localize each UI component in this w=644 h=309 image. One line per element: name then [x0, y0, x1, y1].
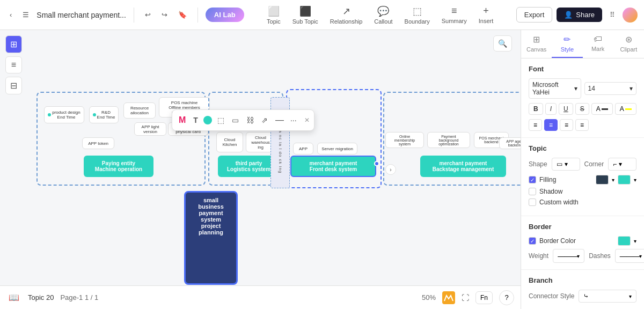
- filling-checkbox[interactable]: ✓: [529, 176, 536, 183]
- node-app-token[interactable]: APP token: [82, 137, 114, 149]
- font-name-select[interactable]: Microsoft YaHei ▾: [529, 78, 581, 99]
- node-product-design[interactable]: product designEnd Time: [44, 106, 84, 123]
- highlight-button[interactable]: A: [615, 103, 636, 115]
- custom-width-checkbox[interactable]: [529, 198, 536, 206]
- italic-button[interactable]: I: [545, 103, 557, 115]
- tab-mark[interactable]: 🏷 Mark: [583, 30, 613, 58]
- tool-subtopic-label: Sub Topic: [292, 18, 318, 25]
- float-text-btn[interactable]: T: [191, 114, 200, 127]
- font-section-title: Font: [529, 65, 636, 73]
- canvas-search-button[interactable]: 🔍: [493, 35, 512, 52]
- font-color-button[interactable]: A: [591, 103, 613, 115]
- tool-subtopic[interactable]: ⬛ Sub Topic: [287, 3, 324, 27]
- shadow-checkbox[interactable]: [529, 188, 536, 195]
- border-color-chevron: ▾: [634, 238, 636, 244]
- align-justify-button[interactable]: ≡: [575, 119, 589, 131]
- view-grid-button[interactable]: ⊞: [5, 35, 22, 53]
- share-button[interactable]: 👤 Share: [557, 8, 602, 22]
- back-button[interactable]: ‹: [6, 9, 15, 21]
- canvas-area[interactable]: ⊞ ≡ ⊟ 🔍 › product designEnd Time R&DEnd …: [0, 30, 521, 309]
- node-online-membership[interactable]: Onlinemembershipsystem: [385, 132, 424, 148]
- node-resource[interactable]: Resourceallocation: [123, 102, 156, 119]
- align-left-button[interactable]: ≡: [529, 119, 542, 131]
- node-rd[interactable]: R&DEnd Time: [89, 106, 119, 123]
- dashes-line: ———: [620, 252, 639, 260]
- weight-row: Weight ——— ▾ Dashes ——— ▾: [529, 249, 636, 263]
- tool-topic[interactable]: ⬜ Topic: [261, 3, 286, 27]
- font-size-select[interactable]: 14 ▾: [584, 82, 637, 95]
- fill-color-teal-swatch[interactable]: [618, 175, 631, 185]
- view-list-button[interactable]: ≡: [5, 56, 22, 73]
- node-app-agent[interactable]: APP agent backend: [499, 137, 521, 149]
- main-area: ⊞ ≡ ⊟ 🔍 › product designEnd Time R&DEnd …: [0, 30, 644, 309]
- highlight-swatch: [625, 108, 632, 110]
- node-merchant-backstage[interactable]: merchant paymentBackstage management: [420, 156, 506, 177]
- clipart-tab-label: Clipart: [620, 46, 637, 53]
- node-app[interactable]: APP: [293, 143, 313, 154]
- node-payment-bg[interactable]: Paymentbackgroundoptimization: [427, 132, 470, 148]
- collapse-panel-button[interactable]: ›: [385, 164, 396, 175]
- strikethrough-button[interactable]: S: [575, 103, 589, 115]
- bold-button[interactable]: B: [529, 103, 543, 115]
- tool-summary[interactable]: ≡ Summary: [436, 3, 472, 26]
- float-logo-btn[interactable]: M: [177, 113, 188, 127]
- book-button[interactable]: 📖: [6, 290, 21, 305]
- float-frame-btn[interactable]: ⬚: [215, 114, 226, 127]
- node-app-light[interactable]: APP lightversion: [134, 122, 166, 136]
- weight-label: Weight: [529, 252, 548, 260]
- weight-select[interactable]: ——— ▾: [553, 249, 584, 263]
- tab-clipart[interactable]: ⊛ Clipart: [613, 30, 644, 58]
- style-tab-label: Style: [561, 46, 574, 53]
- tab-canvas[interactable]: ⊞ Canvas: [521, 30, 552, 58]
- fill-dark-chevron: ▾: [612, 177, 614, 183]
- tool-relationship[interactable]: ↗ Relationship: [325, 3, 368, 27]
- menu-icon: ☰: [23, 11, 29, 19]
- central-node[interactable]: smallbusinesspaymentsystemprojectplannin…: [184, 191, 238, 285]
- float-rect-btn[interactable]: ▭: [230, 114, 241, 127]
- help-button[interactable]: ?: [499, 290, 514, 305]
- export-button[interactable]: Export: [516, 7, 553, 23]
- tool-callout[interactable]: 💬 Callout: [369, 3, 398, 27]
- fn-button[interactable]: Fn: [475, 291, 493, 304]
- shape-select[interactable]: ▭ ▾: [552, 158, 580, 171]
- fullscreen-button[interactable]: ⛶: [462, 293, 469, 302]
- dashes-select[interactable]: ——— ▾: [615, 249, 644, 263]
- float-color-dot[interactable]: [203, 116, 212, 124]
- dashes-label: Dashes: [589, 252, 611, 260]
- underline-button[interactable]: U: [559, 103, 573, 115]
- topic-icon: ⬜: [268, 5, 280, 17]
- fill-color-dark-swatch[interactable]: [596, 175, 609, 185]
- zoom-level-label: 50%: [422, 293, 436, 301]
- node-paying-entity[interactable]: Paying entityMachine operation: [84, 156, 153, 177]
- border-color-swatch[interactable]: [618, 236, 631, 246]
- float-link-btn[interactable]: ⛓: [244, 114, 256, 127]
- connector-label: Connector Style: [529, 292, 574, 300]
- float-line-btn[interactable]: —: [273, 113, 285, 127]
- undo-button[interactable]: ↩: [142, 9, 154, 21]
- panel-tabs: ⊞ Canvas ✏ Style 🏷 Mark ⊛ Clipart: [521, 30, 644, 58]
- tool-boundary[interactable]: ⬚ Boundary: [399, 3, 435, 27]
- bookmark-button[interactable]: 🔖: [175, 9, 190, 21]
- connector-style-select[interactable]: ⤷ ▾: [579, 290, 636, 303]
- view-outline-button[interactable]: ⊟: [5, 77, 22, 94]
- border-checkbox[interactable]: ✓: [529, 237, 536, 245]
- shape-icon: ▭: [557, 160, 562, 168]
- node-cloud-kitchen[interactable]: CloudKitchen: [216, 132, 243, 152]
- align-center-button[interactable]: ≡: [544, 119, 558, 131]
- border-checkmark: ✓: [530, 238, 535, 244]
- node-server-migration[interactable]: Server migration: [317, 143, 357, 154]
- float-more-btn[interactable]: ···: [288, 114, 299, 127]
- corner-select[interactable]: ⌐ ▾: [608, 158, 636, 171]
- node-merchant-payment-front[interactable]: merchant paymentFront desk system: [290, 156, 376, 177]
- float-close-btn[interactable]: ✕: [304, 116, 310, 124]
- ai-lab-button[interactable]: AI Lab: [206, 8, 244, 22]
- tool-insert[interactable]: + Insert: [473, 3, 499, 26]
- float-route-btn[interactable]: ⇗: [259, 114, 270, 127]
- shape-chevron: ▾: [565, 160, 568, 168]
- redo-button[interactable]: ↪: [158, 9, 171, 21]
- menu-button[interactable]: ☰: [19, 9, 32, 21]
- font-size-value: 14: [588, 85, 595, 92]
- align-right-button[interactable]: ≡: [560, 119, 573, 131]
- grid-menu-button[interactable]: ⠿: [606, 9, 618, 21]
- tab-style[interactable]: ✏ Style: [552, 30, 582, 58]
